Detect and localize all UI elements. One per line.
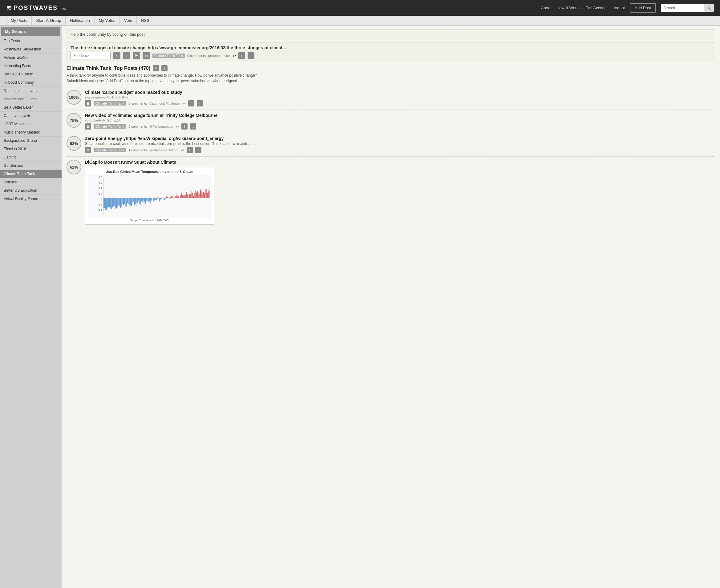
svg-text:-0.4: -0.4 — [98, 209, 102, 212]
sidebar-item-climate-think-tank[interactable]: Climate Think Tank — [0, 170, 62, 178]
svg-rect-67 — [154, 198, 154, 200]
svg-rect-88 — [170, 197, 171, 198]
svg-rect-54 — [143, 198, 144, 203]
search-button[interactable]: 🔍 — [704, 4, 714, 12]
svg-rect-62 — [150, 198, 151, 203]
svg-rect-97 — [177, 196, 178, 198]
edit-account-link[interactable]: Edit Account — [585, 5, 607, 10]
svg-rect-18 — [116, 198, 116, 209]
sidebar-item-science[interactable]: Science — [0, 178, 62, 187]
svg-rect-3 — [103, 198, 104, 208]
group-share-icon[interactable]: ⇪ — [161, 65, 167, 71]
post-meta: ☰Climate Think Tank0 comments@Melboughco… — [85, 123, 715, 129]
sidebar-item-top-posts[interactable]: Top Posts — [0, 37, 62, 45]
sub-nav-tab-my-votes[interactable]: My Votes — [95, 16, 120, 25]
vote-share-tw-icon[interactable]: t — [247, 52, 254, 59]
svg-rect-52 — [142, 198, 143, 202]
svg-rect-36 — [129, 198, 130, 206]
sub-nav-tab-vote[interactable]: Vote — [120, 16, 137, 25]
vote-post-title: The three stooges of climate change. htt… — [71, 45, 711, 50]
svg-rect-114 — [191, 191, 191, 198]
post-menu-icon[interactable]: ☰ — [85, 100, 91, 106]
feedback-input[interactable] — [71, 52, 111, 59]
how-it-works-link[interactable]: How-It-Works — [557, 5, 580, 10]
header: ≋ POSTWAVES Beta About How-It-Works Edit… — [0, 0, 720, 16]
post-share-fb-icon[interactable]: f — [188, 100, 194, 106]
sub-nav-tab-start-a-group[interactable]: Start-A-Group — [32, 16, 66, 25]
sidebar-item-gunsensus[interactable]: GunSensus — [0, 162, 62, 170]
post-tag[interactable]: Climate Think Tank — [94, 148, 126, 152]
sidebar-item-in-good-company[interactable]: In Good Company — [0, 79, 62, 87]
svg-rect-38 — [131, 198, 132, 206]
sub-nav-tab-notification[interactable]: Notification — [66, 16, 94, 25]
sidebar-item-lgbt-movement[interactable]: LGBT Movement — [0, 120, 62, 128]
vote-down-button[interactable]: ↓ — [123, 52, 130, 59]
svg-rect-121 — [196, 193, 197, 198]
svg-rect-92 — [173, 198, 174, 198]
sidebar-item-democratic-innovatio[interactable]: Democratic Innovatio — [0, 87, 62, 95]
post-title[interactable]: New video of #climatechange forum at Tri… — [85, 113, 715, 118]
sidebar-item-autismtakeon[interactable]: AutismTakeOn — [0, 54, 62, 62]
logout-link[interactable]: Logout — [613, 5, 625, 10]
post-share-tw-icon[interactable]: t — [195, 147, 201, 153]
post-tag[interactable]: Climate Think Tank — [94, 101, 126, 106]
svg-rect-5 — [105, 198, 106, 210]
post-title[interactable]: Zero-point Energy yhttps://en.Wikipedia.… — [85, 136, 715, 141]
svg-rect-57 — [146, 198, 146, 201]
svg-rect-106 — [184, 195, 185, 198]
svg-rect-75 — [160, 198, 161, 200]
post-share-tw-icon[interactable]: t — [197, 100, 203, 106]
svg-rect-19 — [116, 198, 117, 208]
search-input[interactable] — [661, 4, 704, 12]
svg-rect-95 — [176, 195, 177, 198]
vote-skip-button[interactable]: ⊘ — [143, 52, 150, 59]
post-meta: ☰Climate Think Tank0 commentsCaounouit M… — [85, 100, 715, 106]
vote-reply-icon: ↩ — [233, 54, 236, 58]
sidebar-item-music-theory-masterc[interactable]: Music Theory Masterc — [0, 128, 62, 136]
post-tag[interactable]: Climate Think Tank — [94, 124, 126, 129]
svg-rect-43 — [135, 198, 136, 204]
post-url[interactable]: youtu.be/R7RrGV_wZA — [85, 119, 715, 122]
post-menu-icon[interactable]: ☰ — [85, 123, 91, 129]
post-menu-icon[interactable]: ☰ — [85, 147, 91, 153]
sidebar-item-virtual-reality-forum[interactable]: Virtual Reality Forum — [0, 195, 62, 203]
sidebar-item-cat-lovers-unite[interactable]: Cat Lovers Unite — [0, 112, 62, 120]
svg-rect-101 — [180, 195, 181, 198]
post-comments: 1 comments — [128, 148, 147, 152]
sidebar-item-postwaves-suggestion[interactable]: Postwaves Suggestion — [0, 45, 62, 54]
post-title[interactable]: DiCaprio Doesn't Know Squat About Climat… — [85, 160, 715, 165]
post-share-tw-icon[interactable]: t — [190, 123, 196, 129]
sub-nav-tab-rss[interactable]: RSS — [137, 16, 154, 25]
sub-nav-tab-my-posts[interactable]: My Posts — [6, 16, 32, 25]
sidebar-item-better-us-education[interactable]: Better US Education — [0, 187, 62, 195]
sidebar-item-gaming[interactable]: Gaming — [0, 153, 62, 162]
post-share-fb-icon[interactable]: f — [187, 147, 193, 153]
sidebar-item-inspirational-quotes[interactable]: Inspirational Quotes — [0, 95, 62, 103]
svg-rect-128 — [202, 190, 202, 198]
sidebar-item-election-2016[interactable]: Election 2016 — [0, 145, 62, 153]
sidebar-item-interesting-facts[interactable]: Interesting Facts — [0, 62, 62, 70]
post-item: 100%Climate 'carbon budget' soon maxed o… — [66, 87, 715, 110]
content: Help the community by voting on this pos… — [62, 25, 720, 588]
logo-icon: ≋ — [6, 4, 12, 12]
svg-rect-94 — [175, 196, 176, 198]
add-post-button[interactable]: Add Post — [630, 3, 656, 13]
sidebar-item-bernie2016forum[interactable]: Bernie2016Forum — [0, 70, 62, 79]
svg-rect-130 — [203, 192, 204, 198]
post-title[interactable]: Climate 'carbon budget' soon maxed out: … — [85, 90, 715, 95]
post-content: New video of #climatechange forum at Tri… — [85, 113, 715, 129]
post-url[interactable]: phys.org/news/2016-02-18-a — [85, 96, 715, 99]
post-share-fb-icon[interactable]: f — [181, 123, 187, 129]
svg-text:0.4: 0.4 — [99, 187, 102, 190]
svg-rect-112 — [189, 194, 190, 198]
vote-share-fb-icon[interactable]: f — [238, 52, 245, 59]
sidebar-item-backpackers'-group[interactable]: Backpackers' Group — [0, 136, 62, 145]
sidebar-item-be-a-better-baker[interactable]: Be a Better Baker — [0, 103, 62, 112]
group-edit-icon[interactable]: ✎ — [153, 65, 159, 71]
group-instructions: Submit ideas using the "Add Post" button… — [66, 79, 715, 83]
svg-rect-79 — [163, 198, 164, 198]
vote-up-button[interactable]: ↑ — [113, 52, 120, 59]
vote-flag-button[interactable]: ⚑ — [133, 52, 140, 59]
svg-rect-110 — [187, 194, 188, 198]
about-link[interactable]: About — [541, 5, 552, 10]
